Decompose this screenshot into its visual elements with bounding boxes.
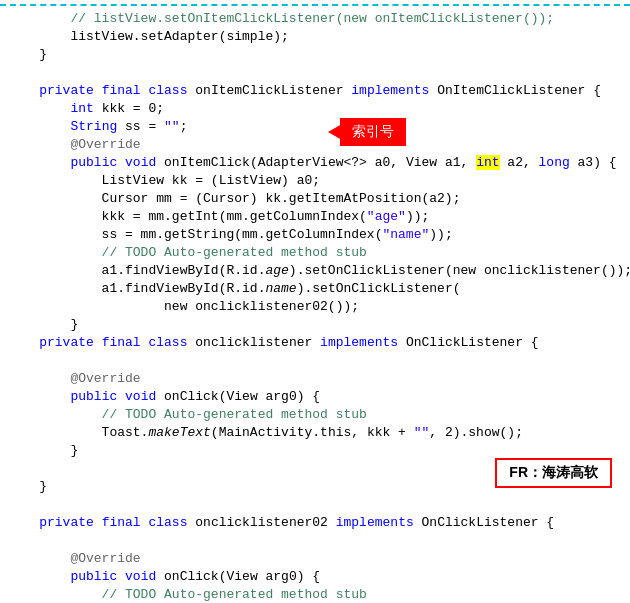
code-line-29: private final class onclicklistener02 im… [0, 514, 630, 532]
code-container: // listView.setOnItemClickListener(new o… [0, 0, 630, 603]
code-line-22: public void onClick(View arg0) { [0, 388, 630, 406]
code-line-14: // TODO Auto-generated method stub [0, 244, 630, 262]
code-line-4 [0, 64, 630, 82]
code-line-12: kkk = mm.getInt(mm.getColumnIndex("age")… [0, 208, 630, 226]
code-line-31: @Override [0, 550, 630, 568]
code-line-21: @Override [0, 370, 630, 388]
code-line-15: a1.findViewById(R.id.age).setOnClickList… [0, 262, 630, 280]
code-line-19: private final class onclicklistener impl… [0, 334, 630, 352]
code-line-17: new onclicklistener02()); [0, 298, 630, 316]
code-line-18: } [0, 316, 630, 334]
code-line-28 [0, 496, 630, 514]
code-line-13: ss = mm.getString(mm.getColumnIndex("nam… [0, 226, 630, 244]
code-line-20 [0, 352, 630, 370]
fr-annotation: FR：海涛高软 [495, 458, 612, 488]
code-line-32: public void onClick(View arg0) { [0, 568, 630, 586]
code-line-10: ListView kk = (ListView) a0; [0, 172, 630, 190]
code-line-33: // TODO Auto-generated method stub [0, 586, 630, 603]
code-line-2: listView.setAdapter(simple); [0, 28, 630, 46]
code-line-11: Cursor mm = (Cursor) kk.getItemAtPositio… [0, 190, 630, 208]
code-line-9: public void onItemClick(AdapterView<?> a… [0, 154, 630, 172]
code-line-16: a1.findViewById(R.id.name).setOnClickLis… [0, 280, 630, 298]
code-line-23: // TODO Auto-generated method stub [0, 406, 630, 424]
code-line-24: Toast.makeText(MainActivity.this, kkk + … [0, 424, 630, 442]
code-line-8: @Override [0, 136, 630, 154]
code-line-1: // listView.setOnItemClickListener(new o… [0, 10, 630, 28]
code-line-30 [0, 532, 630, 550]
suoyin-annotation: 索引号 [340, 118, 406, 146]
code-line-6: int kkk = 0; [0, 100, 630, 118]
code-line-5: private final class onItemClickListener … [0, 82, 630, 100]
code-line-7: String ss = ""; [0, 118, 630, 136]
code-line-3: } [0, 46, 630, 64]
